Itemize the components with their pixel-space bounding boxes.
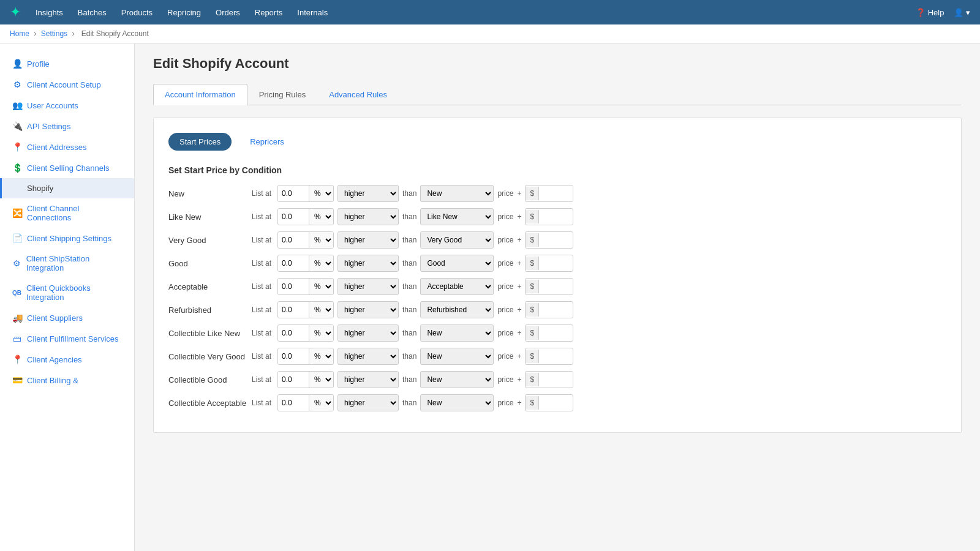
sidebar-item-client-shipstation[interactable]: ⚙ Client ShipStation Integration [0,249,134,278]
pct-unit-select[interactable]: % [309,185,333,202]
condition-row: Collectible Like NewList at%higherlowere… [168,324,946,342]
breadcrumb-home[interactable]: Home [10,29,29,38]
pct-unit-select[interactable]: % [309,394,333,411]
dollar-sign: $ [526,303,539,317]
pct-input[interactable] [278,397,309,409]
sidebar-item-client-selling-channels[interactable]: 💲 Client Selling Channels [0,157,134,178]
tab-account-information[interactable]: Account Information [153,84,247,105]
than-condition-select[interactable]: NewLike NewVery GoodGoodAcceptableRefurb… [420,208,494,225]
than-condition-select[interactable]: NewLike NewVery GoodGoodAcceptableRefurb… [420,348,494,365]
pct-input[interactable] [278,211,309,223]
dollar-icon: 💲 [12,163,22,173]
pct-unit-select[interactable]: % [309,371,333,388]
nav-orders[interactable]: Orders [216,6,240,20]
direction-select[interactable]: higherlowerequal [337,394,399,411]
direction-select[interactable]: higherlowerequal [337,348,399,365]
sidebar-label-client-channel-connections: Client Channel Connections [27,204,122,222]
than-condition-select[interactable]: NewLike NewVery GoodGoodAcceptableRefurb… [420,231,494,249]
nav-reports[interactable]: Reports [255,6,283,20]
dollar-input[interactable] [539,373,573,386]
plus-label: + [517,189,521,198]
sidebar-item-client-agencies[interactable]: 📍 Client Agencies [0,349,134,370]
direction-select[interactable]: higherlowerequal [337,301,399,318]
sidebar-item-client-suppliers[interactable]: 🚚 Client Suppliers [0,307,134,328]
sidebar-item-profile[interactable]: 👤 Profile [0,53,134,74]
pct-unit-select[interactable]: % [309,231,333,249]
dollar-input[interactable] [539,234,573,246]
direction-select[interactable]: higherlowerequal [337,324,399,342]
sidebar-label-profile: Profile [27,59,50,69]
nav-insights[interactable]: Insights [36,6,63,20]
than-condition-select[interactable]: NewLike NewVery GoodGoodAcceptableRefurb… [420,371,494,388]
sidebar-item-api-settings[interactable]: 🔌 API Settings [0,116,134,137]
direction-select[interactable]: higherlowerequal [337,185,399,202]
dollar-input[interactable] [539,304,573,316]
pct-unit-select[interactable]: % [309,301,333,318]
right-nav: ❓ Help 👤 ▾ [916,8,970,17]
dollar-input[interactable] [539,211,573,223]
pct-input-wrap: % [277,348,334,365]
pct-input[interactable] [278,234,309,246]
sidebar-item-client-quickbooks[interactable]: QB Client Quickbooks Integration [0,278,134,307]
sidebar-item-shopify[interactable]: Shopify [0,178,134,198]
nav-products[interactable]: Products [121,6,153,20]
than-condition-select[interactable]: NewLike NewVery GoodGoodAcceptableRefurb… [420,278,494,295]
pin-icon: 📍 [12,142,22,152]
sidebar-item-client-account-setup[interactable]: ⚙ Client Account Setup [0,74,134,95]
pct-input-wrap: % [277,185,334,202]
price-label: price [497,259,513,268]
condition-label: New [168,189,248,198]
pct-input[interactable] [278,257,309,269]
pct-input[interactable] [278,280,309,293]
nav-repricing[interactable]: Repricing [167,6,201,20]
than-condition-select[interactable]: NewLike NewVery GoodGoodAcceptableRefurb… [420,255,494,272]
pct-input-wrap: % [277,371,334,388]
sidebar-item-client-billing[interactable]: 💳 Client Billing & [0,370,134,391]
than-condition-select[interactable]: NewLike NewVery GoodGoodAcceptableRefurb… [420,185,494,202]
direction-select[interactable]: higherlowerequal [337,278,399,295]
dollar-input[interactable] [539,280,573,293]
direction-select[interactable]: higherlowerequal [337,255,399,272]
than-condition-select[interactable]: NewLike NewVery GoodGoodAcceptableRefurb… [420,324,494,342]
sidebar-item-user-accounts[interactable]: 👥 User Accounts [0,95,134,116]
dollar-input[interactable] [539,257,573,269]
pct-input[interactable] [278,350,309,362]
breadcrumb-settings[interactable]: Settings [41,29,67,38]
sidebar-item-client-fulfillment[interactable]: 🗃 Client Fulfillment Services [0,328,134,349]
than-condition-select[interactable]: NewLike NewVery GoodGoodAcceptableRefurb… [420,394,494,411]
dollar-input[interactable] [539,350,573,362]
direction-select[interactable]: higherlowerequal [337,208,399,225]
plus-label: + [517,259,521,268]
pct-unit-select[interactable]: % [309,208,333,225]
sidebar-item-client-shipping-settings[interactable]: 📄 Client Shipping Settings [0,228,134,249]
sidebar-item-client-addresses[interactable]: 📍 Client Addresses [0,137,134,157]
sidebar-item-client-channel-connections[interactable]: 🔀 Client Channel Connections [0,198,134,228]
tab-advanced-rules[interactable]: Advanced Rules [317,84,399,105]
nav-batches[interactable]: Batches [78,6,107,20]
pct-unit-select[interactable]: % [309,278,333,295]
pct-input[interactable] [278,187,309,200]
user-menu[interactable]: 👤 ▾ [954,8,970,17]
dollar-input[interactable] [539,327,573,339]
direction-select[interactable]: higherlowerequal [337,231,399,249]
settings-icon: ⚙ [12,80,22,89]
sub-tab-repricers[interactable]: Repricers [239,133,295,151]
than-condition-select[interactable]: NewLike NewVery GoodGoodAcceptableRefurb… [420,301,494,318]
sub-tab-start-prices[interactable]: Start Prices [168,133,232,151]
pct-input[interactable] [278,373,309,386]
pct-unit-select[interactable]: % [309,255,333,272]
list-at-label: List at [252,352,271,361]
dollar-input[interactable] [539,187,573,200]
direction-select[interactable]: higherlowerequal [337,371,399,388]
pct-input[interactable] [278,304,309,316]
condition-label: Very Good [168,236,248,245]
pct-input[interactable] [278,327,309,339]
dollar-input[interactable] [539,397,573,409]
nav-internals[interactable]: Internals [297,6,328,20]
pct-unit-select[interactable]: % [309,348,333,365]
help-link[interactable]: ❓ Help [916,8,944,17]
agencies-icon: 📍 [12,354,22,364]
tab-pricing-rules[interactable]: Pricing Rules [247,84,318,105]
pct-unit-select[interactable]: % [309,324,333,342]
profile-icon: 👤 [12,59,22,69]
